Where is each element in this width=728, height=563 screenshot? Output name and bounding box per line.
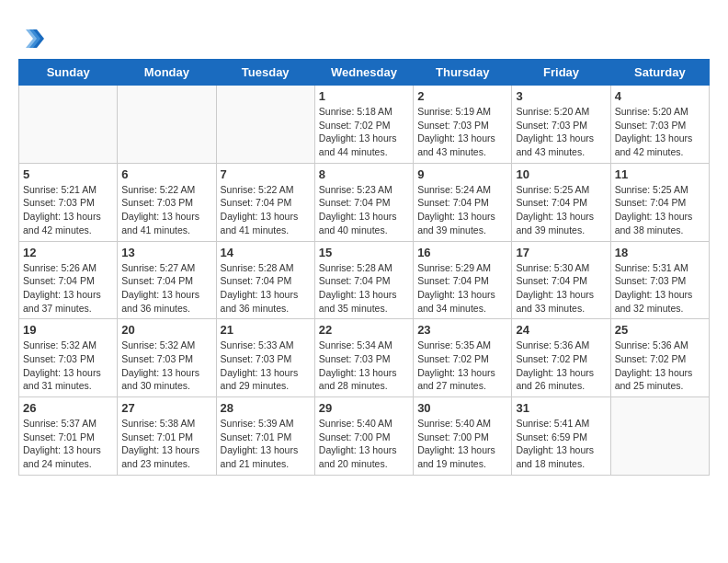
day-number: 7: [221, 167, 311, 181]
day-info: Sunrise: 5:40 AM Sunset: 7:00 PM Dayligh…: [319, 417, 409, 471]
calendar-cell: 31Sunrise: 5:41 AM Sunset: 6:59 PM Dayli…: [512, 397, 610, 476]
calendar-cell: 12Sunrise: 5:26 AM Sunset: 7:04 PM Dayli…: [19, 241, 118, 319]
calendar-cell: 5Sunrise: 5:21 AM Sunset: 7:03 PM Daylig…: [19, 163, 118, 241]
weekday-header-sunday: Sunday: [19, 60, 118, 86]
day-info: Sunrise: 5:36 AM Sunset: 7:02 PM Dayligh…: [516, 339, 606, 393]
day-number: 30: [417, 401, 507, 415]
day-info: Sunrise: 5:23 AM Sunset: 7:04 PM Dayligh…: [319, 183, 409, 237]
day-info: Sunrise: 5:20 AM Sunset: 7:03 PM Dayligh…: [615, 105, 705, 159]
day-info: Sunrise: 5:28 AM Sunset: 7:04 PM Dayligh…: [221, 261, 311, 316]
calendar-cell: 15Sunrise: 5:28 AM Sunset: 7:04 PM Dayli…: [314, 241, 413, 319]
calendar-cell: 14Sunrise: 5:28 AM Sunset: 7:04 PM Dayli…: [216, 241, 314, 319]
day-info: Sunrise: 5:25 AM Sunset: 7:04 PM Dayligh…: [516, 183, 606, 237]
day-info: Sunrise: 5:31 AM Sunset: 7:03 PM Dayligh…: [615, 261, 705, 316]
weekday-header-thursday: Thursday: [414, 60, 512, 86]
day-number: 15: [319, 246, 409, 259]
calendar-cell: 19Sunrise: 5:32 AM Sunset: 7:03 PM Dayli…: [19, 319, 118, 397]
logo: [18, 26, 48, 52]
day-number: 24: [516, 323, 606, 337]
calendar-cell: 9Sunrise: 5:24 AM Sunset: 7:04 PM Daylig…: [414, 163, 512, 241]
day-number: 11: [615, 167, 705, 181]
day-info: Sunrise: 5:24 AM Sunset: 7:04 PM Dayligh…: [417, 183, 507, 237]
day-info: Sunrise: 5:37 AM Sunset: 7:01 PM Dayligh…: [23, 417, 113, 471]
day-number: 16: [417, 246, 507, 259]
day-info: Sunrise: 5:32 AM Sunset: 7:03 PM Dayligh…: [23, 339, 113, 393]
day-info: Sunrise: 5:20 AM Sunset: 7:03 PM Dayligh…: [516, 105, 606, 159]
weekday-header-wednesday: Wednesday: [314, 60, 413, 86]
calendar-cell: 28Sunrise: 5:39 AM Sunset: 7:01 PM Dayli…: [216, 397, 314, 476]
calendar-cell: 13Sunrise: 5:27 AM Sunset: 7:04 PM Dayli…: [118, 241, 216, 319]
page-header: [18, 22, 710, 52]
day-info: Sunrise: 5:29 AM Sunset: 7:04 PM Dayligh…: [417, 261, 507, 316]
day-number: 31: [516, 401, 606, 415]
calendar-week-row: 19Sunrise: 5:32 AM Sunset: 7:03 PM Dayli…: [19, 319, 710, 397]
calendar-cell: 2Sunrise: 5:19 AM Sunset: 7:03 PM Daylig…: [414, 86, 512, 164]
day-number: 3: [516, 89, 606, 103]
day-info: Sunrise: 5:32 AM Sunset: 7:03 PM Dayligh…: [121, 339, 211, 393]
day-info: Sunrise: 5:35 AM Sunset: 7:02 PM Dayligh…: [417, 339, 507, 393]
day-info: Sunrise: 5:28 AM Sunset: 7:04 PM Dayligh…: [319, 261, 409, 316]
calendar-cell: 27Sunrise: 5:38 AM Sunset: 7:01 PM Dayli…: [118, 397, 216, 476]
calendar-cell: 17Sunrise: 5:30 AM Sunset: 7:04 PM Dayli…: [512, 241, 610, 319]
calendar-week-row: 26Sunrise: 5:37 AM Sunset: 7:01 PM Dayli…: [19, 397, 710, 476]
weekday-header-tuesday: Tuesday: [216, 60, 314, 86]
day-number: 6: [121, 167, 211, 181]
day-number: 20: [121, 323, 211, 337]
day-number: 25: [615, 323, 705, 337]
calendar-cell: [118, 86, 216, 164]
calendar-cell: [610, 397, 709, 476]
day-info: Sunrise: 5:33 AM Sunset: 7:03 PM Dayligh…: [221, 339, 311, 393]
day-number: 5: [23, 167, 113, 181]
day-number: 10: [516, 167, 606, 181]
day-number: 28: [221, 401, 311, 415]
day-info: Sunrise: 5:30 AM Sunset: 7:04 PM Dayligh…: [516, 261, 606, 316]
calendar-week-row: 5Sunrise: 5:21 AM Sunset: 7:03 PM Daylig…: [19, 163, 710, 241]
day-info: Sunrise: 5:36 AM Sunset: 7:02 PM Dayligh…: [615, 339, 705, 393]
day-number: 1: [319, 89, 409, 103]
day-number: 23: [417, 323, 507, 337]
calendar-cell: 26Sunrise: 5:37 AM Sunset: 7:01 PM Dayli…: [19, 397, 118, 476]
day-number: 22: [319, 323, 409, 337]
calendar-cell: 6Sunrise: 5:22 AM Sunset: 7:03 PM Daylig…: [118, 163, 216, 241]
calendar-cell: 24Sunrise: 5:36 AM Sunset: 7:02 PM Dayli…: [512, 319, 610, 397]
calendar-cell: 3Sunrise: 5:20 AM Sunset: 7:03 PM Daylig…: [512, 86, 610, 164]
calendar-cell: 21Sunrise: 5:33 AM Sunset: 7:03 PM Dayli…: [216, 319, 314, 397]
weekday-header-row: SundayMondayTuesdayWednesdayThursdayFrid…: [19, 60, 710, 86]
day-number: 8: [319, 167, 409, 181]
calendar-cell: 29Sunrise: 5:40 AM Sunset: 7:00 PM Dayli…: [314, 397, 413, 476]
calendar-cell: 11Sunrise: 5:25 AM Sunset: 7:04 PM Dayli…: [610, 163, 709, 241]
day-number: 4: [615, 89, 705, 103]
calendar-cell: 20Sunrise: 5:32 AM Sunset: 7:03 PM Dayli…: [118, 319, 216, 397]
calendar-cell: [19, 86, 118, 164]
day-info: Sunrise: 5:34 AM Sunset: 7:03 PM Dayligh…: [319, 339, 409, 393]
weekday-header-friday: Friday: [512, 60, 610, 86]
day-number: 29: [319, 401, 409, 415]
calendar-cell: 30Sunrise: 5:40 AM Sunset: 7:00 PM Dayli…: [414, 397, 512, 476]
day-info: Sunrise: 5:25 AM Sunset: 7:04 PM Dayligh…: [615, 183, 705, 237]
day-info: Sunrise: 5:39 AM Sunset: 7:01 PM Dayligh…: [221, 417, 311, 471]
calendar-table: SundayMondayTuesdayWednesdayThursdayFrid…: [18, 59, 710, 476]
day-number: 9: [417, 167, 507, 181]
day-info: Sunrise: 5:19 AM Sunset: 7:03 PM Dayligh…: [417, 105, 507, 159]
day-number: 18: [615, 246, 705, 259]
day-info: Sunrise: 5:41 AM Sunset: 6:59 PM Dayligh…: [516, 417, 606, 471]
weekday-header-saturday: Saturday: [610, 60, 709, 86]
calendar-week-row: 1Sunrise: 5:18 AM Sunset: 7:02 PM Daylig…: [19, 86, 710, 164]
calendar-cell: 18Sunrise: 5:31 AM Sunset: 7:03 PM Dayli…: [610, 241, 709, 319]
day-info: Sunrise: 5:21 AM Sunset: 7:03 PM Dayligh…: [23, 183, 113, 237]
day-number: 2: [417, 89, 507, 103]
calendar-cell: 8Sunrise: 5:23 AM Sunset: 7:04 PM Daylig…: [314, 163, 413, 241]
calendar-week-row: 12Sunrise: 5:26 AM Sunset: 7:04 PM Dayli…: [19, 241, 710, 319]
calendar-cell: 1Sunrise: 5:18 AM Sunset: 7:02 PM Daylig…: [314, 86, 413, 164]
day-number: 17: [516, 246, 606, 259]
day-number: 13: [121, 246, 211, 259]
day-number: 26: [23, 401, 113, 415]
day-info: Sunrise: 5:22 AM Sunset: 7:04 PM Dayligh…: [221, 183, 311, 237]
day-info: Sunrise: 5:38 AM Sunset: 7:01 PM Dayligh…: [121, 417, 211, 471]
day-number: 12: [23, 246, 113, 259]
day-info: Sunrise: 5:26 AM Sunset: 7:04 PM Dayligh…: [23, 261, 113, 316]
day-number: 19: [23, 323, 113, 337]
day-info: Sunrise: 5:18 AM Sunset: 7:02 PM Dayligh…: [319, 105, 409, 159]
calendar-cell: 4Sunrise: 5:20 AM Sunset: 7:03 PM Daylig…: [610, 86, 709, 164]
day-info: Sunrise: 5:27 AM Sunset: 7:04 PM Dayligh…: [121, 261, 211, 316]
